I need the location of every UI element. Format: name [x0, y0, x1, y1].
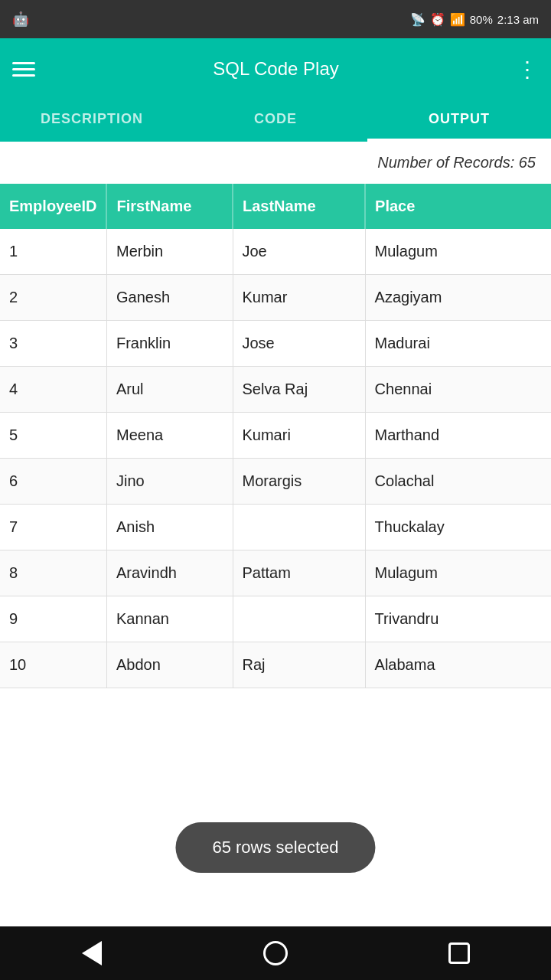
cell-place: Mulagum [365, 229, 551, 275]
cell-id: 10 [0, 642, 106, 688]
status-bar: 🤖 📡 ⏰ 📶 80% 2:13 am [0, 0, 551, 38]
cell-lastname: Selva Raj [233, 367, 365, 413]
cell-lastname: Kumari [233, 413, 365, 459]
status-icons: 📡 ⏰ 📶 80% 2:13 am [410, 12, 539, 27]
col-header-id: EmployeeID [0, 184, 106, 229]
more-options-button[interactable]: ⋮ [517, 57, 539, 82]
cell-lastname: Joe [233, 229, 365, 275]
cell-firstname: Aravindh [106, 550, 233, 596]
tab-output[interactable]: OUTPUT [367, 100, 551, 142]
recent-icon [448, 942, 470, 964]
col-header-lastname: LastName [233, 184, 365, 229]
cast-icon: 📡 [410, 12, 425, 27]
table-row: 6 Jino Morargis Colachal [0, 459, 551, 505]
table-header-row: EmployeeID FirstName LastName Place [0, 184, 551, 229]
app-bar: SQL Code Play ⋮ [0, 38, 551, 100]
cell-id: 4 [0, 367, 106, 413]
battery-text: 80% [470, 13, 493, 26]
table-row: 1 Merbin Joe Mulagum [0, 229, 551, 275]
main-content: Number of Records: 65 EmployeeID FirstNa… [0, 142, 551, 926]
cell-place: Marthand [365, 413, 551, 459]
cell-firstname: Abdon [106, 642, 233, 688]
table-row: 7 Anish Thuckalay [0, 505, 551, 550]
cell-place: Colachal [365, 459, 551, 505]
cell-place: Azagiyam [365, 275, 551, 321]
cell-id: 6 [0, 459, 106, 505]
time-text: 2:13 am [497, 13, 539, 26]
cell-firstname: Anish [106, 505, 233, 550]
table-row: 5 Meena Kumari Marthand [0, 413, 551, 459]
cell-firstname: Kannan [106, 596, 233, 642]
cell-lastname: Pattam [233, 550, 365, 596]
table-row: 2 Ganesh Kumar Azagiyam [0, 275, 551, 321]
cell-place: Thuckalay [365, 505, 551, 550]
cell-lastname: Raj [233, 642, 365, 688]
cell-id: 7 [0, 505, 106, 550]
cell-firstname: Jino [106, 459, 233, 505]
table-row: 4 Arul Selva Raj Chennai [0, 367, 551, 413]
table-row: 3 Franklin Jose Madurai [0, 321, 551, 367]
cell-firstname: Merbin [106, 229, 233, 275]
cell-firstname: Franklin [106, 321, 233, 367]
records-count: Number of Records: 65 [0, 142, 551, 184]
col-header-place: Place [365, 184, 551, 229]
app-title: SQL Code Play [35, 58, 517, 80]
alarm-icon: ⏰ [430, 12, 445, 27]
back-button[interactable] [69, 938, 115, 969]
cell-place: Madurai [365, 321, 551, 367]
tab-description[interactable]: DESCRIPTION [0, 100, 184, 142]
back-icon [82, 941, 102, 965]
cell-id: 5 [0, 413, 106, 459]
signal-icon: 📶 [450, 12, 465, 27]
bottom-nav [0, 926, 551, 980]
cell-id: 3 [0, 321, 106, 367]
cell-place: Trivandru [365, 596, 551, 642]
home-button[interactable] [253, 938, 298, 969]
cell-place: Mulagum [365, 550, 551, 596]
cell-lastname: Kumar [233, 275, 365, 321]
cell-lastname [233, 505, 365, 550]
snackbar: 65 rows selected [175, 822, 375, 873]
tab-code[interactable]: CODE [184, 100, 367, 142]
table-row: 9 Kannan Trivandru [0, 596, 551, 642]
cell-lastname [233, 596, 365, 642]
cell-place: Chennai [365, 367, 551, 413]
cell-id: 2 [0, 275, 106, 321]
cell-lastname: Jose [233, 321, 365, 367]
menu-button[interactable] [12, 62, 35, 77]
cell-place: Alabama [365, 642, 551, 688]
home-icon [263, 941, 288, 965]
cell-firstname: Arul [106, 367, 233, 413]
snackbar-message: 65 rows selected [212, 838, 338, 857]
table-row: 10 Abdon Raj Alabama [0, 642, 551, 688]
cell-firstname: Ganesh [106, 275, 233, 321]
col-header-firstname: FirstName [106, 184, 233, 229]
cell-id: 8 [0, 550, 106, 596]
table-row: 8 Aravindh Pattam Mulagum [0, 550, 551, 596]
cell-id: 1 [0, 229, 106, 275]
data-table: EmployeeID FirstName LastName Place 1 Me… [0, 184, 551, 688]
status-left: 🤖 [12, 11, 29, 28]
cell-firstname: Meena [106, 413, 233, 459]
cell-lastname: Morargis [233, 459, 365, 505]
tab-bar: DESCRIPTION CODE OUTPUT [0, 100, 551, 142]
cell-id: 9 [0, 596, 106, 642]
recent-apps-button[interactable] [436, 938, 482, 969]
